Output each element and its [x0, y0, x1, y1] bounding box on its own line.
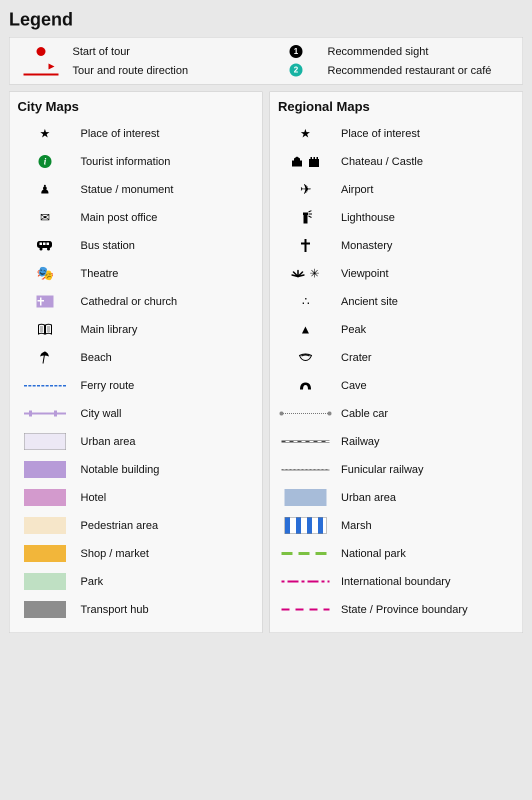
- svg-rect-3: [40, 242, 42, 245]
- label-natpark: National park: [341, 546, 406, 560]
- label-shop: Shop / market: [80, 546, 149, 560]
- legend-row-resto: 2 Recommended restaurant or café: [274, 64, 514, 78]
- label-crater: Crater: [341, 350, 372, 364]
- viewpoint-full-icon: ✳: [310, 268, 320, 280]
- notable-swatch: [24, 461, 66, 478]
- label-castle: Chateau / Castle: [341, 154, 423, 168]
- label-statue: Statue / monument: [80, 182, 174, 196]
- bus-icon: [36, 240, 54, 251]
- row-reg-railway: Railway: [278, 428, 514, 456]
- label-theatre: Theatre: [80, 266, 118, 280]
- cross-icon: [301, 239, 310, 252]
- row-city-transport: Transport hub: [18, 596, 254, 624]
- label-tinfo: Tourist information: [80, 154, 170, 168]
- state-boundary-icon: [282, 608, 330, 610]
- statue-icon: ♟: [40, 184, 50, 196]
- svg-rect-19: [301, 242, 310, 244]
- label-post: Main post office: [80, 210, 158, 224]
- start-label: Start of tour: [72, 44, 130, 58]
- start-dot-icon: [36, 47, 46, 56]
- info-icon: i: [38, 155, 52, 168]
- label-funicular: Funicular railway: [341, 462, 424, 476]
- natpark-line-icon: [282, 552, 330, 555]
- row-reg-intl: International boundary: [278, 568, 514, 596]
- label-ferry: Ferry route: [80, 378, 134, 392]
- label-reg-poi: Place of interest: [341, 126, 420, 140]
- airport-icon: ✈: [300, 182, 312, 196]
- tour-legend-panel: Start of tour 1 Recommended sight Tour a…: [9, 37, 523, 84]
- row-reg-peak: ▲ Peak: [278, 316, 514, 344]
- row-city-ferry: Ferry route: [18, 372, 254, 400]
- row-city-library: Main library: [18, 316, 254, 344]
- theatre-icon: 🎭: [36, 266, 54, 280]
- row-city-notable: Notable building: [18, 456, 254, 484]
- label-cablecar: Cable car: [341, 406, 388, 420]
- legend-row-start: Start of tour: [18, 44, 258, 58]
- svg-point-1: [40, 248, 42, 250]
- label-library: Main library: [80, 322, 138, 336]
- star-icon: ★: [300, 128, 311, 140]
- lighthouse-icon: [298, 210, 312, 224]
- label-wall: City wall: [80, 406, 122, 420]
- svg-rect-5: [46, 242, 49, 245]
- label-transport: Transport hub: [80, 602, 148, 616]
- row-reg-ancient: ∴ Ancient site: [278, 288, 514, 316]
- legend-title: Legend: [9, 9, 523, 30]
- regional-maps-panel: Regional Maps ★ Place of interest Chatea…: [270, 92, 523, 633]
- row-city-hotel: Hotel: [18, 484, 254, 512]
- label-church: Cathedral or church: [80, 294, 177, 308]
- row-reg-lighthouse: Lighthouse: [278, 204, 514, 232]
- label-ped: Pedestrian area: [80, 518, 158, 532]
- svg-line-15: [308, 210, 312, 212]
- legend-row-route: Tour and route direction: [18, 64, 258, 78]
- row-city-bus: Bus station: [18, 232, 254, 260]
- label-bus: Bus station: [80, 238, 135, 252]
- row-reg-natpark: National park: [278, 540, 514, 568]
- label-airport: Airport: [341, 182, 374, 196]
- park-swatch: [24, 573, 66, 590]
- peak-icon: ▲: [300, 324, 312, 336]
- church-icon: [36, 296, 54, 308]
- label-state: State / Province boundary: [341, 602, 468, 616]
- label-beach: Beach: [80, 350, 112, 364]
- castle-icon: [308, 156, 320, 167]
- label-monastery: Monastery: [341, 238, 392, 252]
- regional-maps-title: Regional Maps: [278, 99, 514, 114]
- railway-line-icon: [282, 440, 330, 442]
- row-reg-airport: ✈ Airport: [278, 176, 514, 204]
- route-label: Tour and route direction: [72, 64, 188, 78]
- cave-icon: [299, 380, 312, 390]
- city-wall-icon: [24, 412, 66, 414]
- row-reg-urban: Urban area: [278, 484, 514, 512]
- row-city-beach: Beach: [18, 344, 254, 372]
- hotel-swatch: [24, 489, 66, 506]
- svg-rect-4: [43, 242, 46, 245]
- beach-icon: [39, 350, 51, 364]
- label-railway: Railway: [341, 434, 380, 448]
- shop-swatch: [24, 545, 66, 562]
- legend-row-sight: 1 Recommended sight: [274, 44, 514, 58]
- row-city-park: Park: [18, 568, 254, 596]
- row-reg-state: State / Province boundary: [278, 596, 514, 624]
- label-lighthouse: Lighthouse: [341, 210, 395, 224]
- label-park: Park: [80, 574, 103, 588]
- urban-swatch: [24, 433, 66, 450]
- row-city-post: ✉ Main post office: [18, 204, 254, 232]
- urban-regional-swatch: [284, 489, 326, 506]
- city-maps-panel: City Maps ★ Place of interest i Tourist …: [9, 92, 262, 633]
- label-ancient: Ancient site: [341, 294, 398, 308]
- funicular-line-icon: [282, 469, 330, 470]
- label-marsh: Marsh: [341, 518, 372, 532]
- row-reg-castle: Chateau / Castle: [278, 148, 514, 176]
- row-city-statue: ♟ Statue / monument: [18, 176, 254, 204]
- svg-rect-14: [303, 212, 308, 215]
- post-icon: ✉: [40, 212, 50, 224]
- row-reg-monastery: Monastery: [278, 232, 514, 260]
- row-city-church: Cathedral or church: [18, 288, 254, 316]
- library-icon: [38, 324, 52, 336]
- route-arrow-icon: [24, 64, 58, 76]
- marsh-swatch: [284, 517, 326, 534]
- label-urban: Urban area: [80, 434, 136, 448]
- svg-rect-13: [304, 214, 308, 224]
- resto-label: Recommended restaurant or café: [328, 64, 492, 78]
